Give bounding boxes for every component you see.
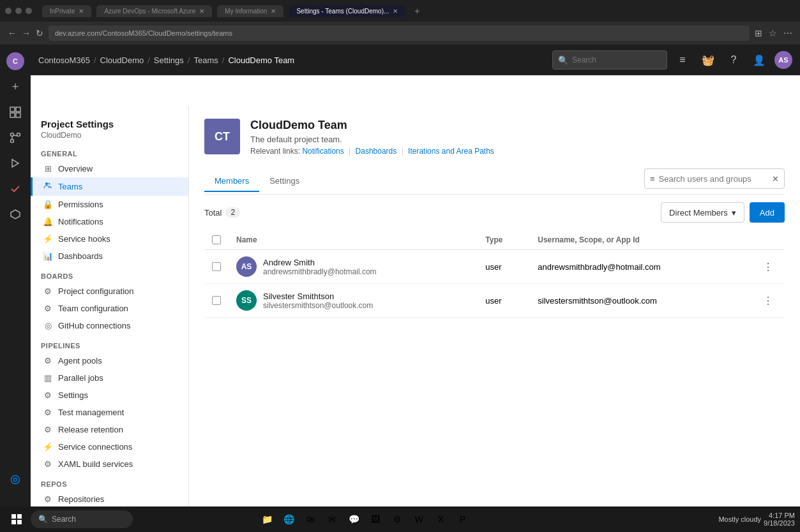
service-hooks-icon: ⚡ xyxy=(43,234,53,244)
taskbar-app-word[interactable]: W xyxy=(409,509,429,529)
pipelines-icon[interactable] xyxy=(4,152,27,175)
direct-members-button[interactable]: Direct Members ▾ xyxy=(661,202,744,223)
taskbar-app-settings[interactable]: ⚙ xyxy=(387,509,407,529)
row1-checkbox[interactable] xyxy=(212,262,221,271)
sidebar-item-permissions[interactable]: 🔒 Permissions xyxy=(31,196,188,213)
sidebar-item-repositories[interactable]: ⚙ Repositories xyxy=(31,491,188,506)
taskbar-app-teams[interactable]: 💬 xyxy=(343,509,364,529)
sidebar-item-release-retention[interactable]: ⚙ Release retention xyxy=(31,421,188,438)
breadcrumb-clouddemo[interactable]: CloudDemo xyxy=(100,55,144,65)
taskbar-search[interactable]: 🔍 Search xyxy=(31,510,133,528)
dashboards-link[interactable]: Dashboards xyxy=(356,147,397,156)
svg-line-8 xyxy=(13,135,17,136)
sidebar-item-service-connections[interactable]: ⚡ Service connections xyxy=(31,438,188,455)
browser-tab-3[interactable]: My Information ✕ xyxy=(217,5,283,17)
row2-more-button[interactable]: ⋮ xyxy=(759,292,777,309)
start-button[interactable] xyxy=(5,510,28,528)
search-members-input[interactable] xyxy=(659,174,768,184)
sidebar-item-dashboards[interactable]: 📊 Dashboards xyxy=(31,248,188,265)
breadcrumb-teams[interactable]: Teams xyxy=(193,55,218,65)
select-all-checkbox[interactable] xyxy=(212,235,221,244)
tabs-row: Members Settings ≡ ✕ xyxy=(204,168,785,191)
svg-rect-1 xyxy=(16,107,20,112)
search-input[interactable] xyxy=(572,55,668,64)
repos-icon[interactable] xyxy=(4,126,27,149)
new-button[interactable]: + xyxy=(4,75,27,98)
taskbar-app-store[interactable]: 🛍 xyxy=(300,509,321,529)
team-avatar: CT xyxy=(204,119,240,154)
settings-pipeline-icon: ⚙ xyxy=(43,390,53,400)
settings-icon[interactable] xyxy=(4,468,27,491)
extensions-icon[interactable]: ⊞ xyxy=(755,28,762,38)
add-button[interactable]: Add xyxy=(750,202,785,223)
row2-name-cell: SS Silvester Smithtson silvestersmithtso… xyxy=(229,284,478,318)
type-column-header: Type xyxy=(478,230,530,250)
sidebar-item-teams[interactable]: Teams xyxy=(31,177,188,196)
sidebar-item-settings[interactable]: ⚙ Settings xyxy=(31,387,188,404)
taskbar-app-excel[interactable]: X xyxy=(430,509,451,529)
refresh-icon[interactable]: ↻ xyxy=(36,28,43,38)
list-icon[interactable]: ≡ xyxy=(672,50,693,70)
tab-close-icon[interactable]: ✕ xyxy=(199,8,204,15)
sidebar-item-label: Project configuration xyxy=(58,286,134,296)
notifications-link[interactable]: Notifications xyxy=(302,147,343,156)
name-column-header: Name xyxy=(229,230,478,250)
taskbar-app-edge[interactable]: 🌐 xyxy=(278,509,299,529)
sidebar-item-github-connections[interactable]: ◎ GitHub connections xyxy=(31,317,188,334)
taskbar-time: 4:17 PM 9/18/2023 xyxy=(764,512,795,527)
iterations-link[interactable]: Iterations and Area Paths xyxy=(408,147,494,156)
sidebar-item-overview[interactable]: ⊞ Overview xyxy=(31,160,188,177)
sidebar-item-team-config[interactable]: ⚙ Team configuration xyxy=(31,300,188,317)
sidebar-item-xaml-build[interactable]: ⚙ XAML build services xyxy=(31,455,188,473)
svg-rect-14 xyxy=(11,520,16,524)
tab-members[interactable]: Members xyxy=(204,171,259,192)
more-icon[interactable]: ⋯ xyxy=(783,28,792,38)
sidebar-item-agent-pools[interactable]: ⚙ Agent pools xyxy=(31,352,188,369)
team-config-icon: ⚙ xyxy=(43,304,53,313)
members-toolbar: Total 2 Direct Members ▾ Add xyxy=(204,202,785,223)
browser-tab-1[interactable]: InPrivate ✕ xyxy=(42,5,91,17)
browser-tab-4[interactable]: Settings - Teams (CloudDemo)... ✕ xyxy=(289,5,405,17)
sidebar-item-notifications[interactable]: 🔔 Notifications xyxy=(31,213,188,230)
tab-settings[interactable]: Settings xyxy=(259,171,310,192)
svg-rect-15 xyxy=(17,520,22,524)
taskbar-app-photos[interactable]: 🖼 xyxy=(365,509,386,529)
member1-name: Andrew Smith xyxy=(263,258,377,267)
basket-icon[interactable]: 🧺 xyxy=(698,50,718,70)
search-members-box[interactable]: ≡ ✕ xyxy=(644,168,785,189)
artifacts-icon[interactable] xyxy=(4,203,27,226)
user-avatar[interactable]: AS xyxy=(774,51,792,69)
person-settings-icon[interactable]: 👤 xyxy=(749,50,769,70)
row1-actions-cell: ⋮ xyxy=(751,250,785,284)
help-icon[interactable]: ? xyxy=(723,50,744,70)
breadcrumb-settings[interactable]: Settings xyxy=(154,55,184,65)
svg-point-6 xyxy=(17,133,20,137)
taskbar-app-files[interactable]: 📁 xyxy=(257,509,277,529)
row1-more-button[interactable]: ⋮ xyxy=(759,258,777,276)
tab-close-icon[interactable]: ✕ xyxy=(393,8,398,15)
sidebar-item-test-management[interactable]: ⚙ Test management xyxy=(31,404,188,421)
forward-icon[interactable]: → xyxy=(22,28,31,38)
testplans-icon[interactable] xyxy=(4,177,27,200)
row1-type-cell: user xyxy=(478,250,530,284)
new-tab-icon[interactable]: + xyxy=(414,6,419,16)
date-display: 9/18/2023 xyxy=(764,519,795,527)
tab-close-icon[interactable]: ✕ xyxy=(271,8,276,15)
sidebar-item-service-hooks[interactable]: ⚡ Service hooks xyxy=(31,230,188,248)
sidebar-item-label: Agent pools xyxy=(58,356,102,366)
tab-close-icon[interactable]: ✕ xyxy=(79,8,84,15)
taskbar-app-mail[interactable]: ✉ xyxy=(322,509,342,529)
sidebar-item-parallel-jobs[interactable]: ▥ Parallel jobs xyxy=(31,369,188,387)
favorites-icon[interactable]: ☆ xyxy=(769,28,777,38)
boards-icon[interactable] xyxy=(4,101,27,124)
clear-search-icon[interactable]: ✕ xyxy=(772,174,779,184)
sidebar-item-project-config[interactable]: ⚙ Project configuration xyxy=(31,283,188,300)
address-input[interactable] xyxy=(49,26,750,41)
back-icon[interactable]: ← xyxy=(8,28,17,38)
breadcrumb-contoso[interactable]: ContosoM365 xyxy=(38,55,90,65)
row2-checkbox[interactable] xyxy=(212,296,221,305)
search-box[interactable]: 🔍 xyxy=(552,50,667,70)
browser-tab-2[interactable]: Azure DevOps - Microsoft Azure ✕ xyxy=(96,5,212,17)
overview-icon: ⊞ xyxy=(43,164,53,174)
taskbar-app-powerpoint[interactable]: P xyxy=(452,509,472,529)
